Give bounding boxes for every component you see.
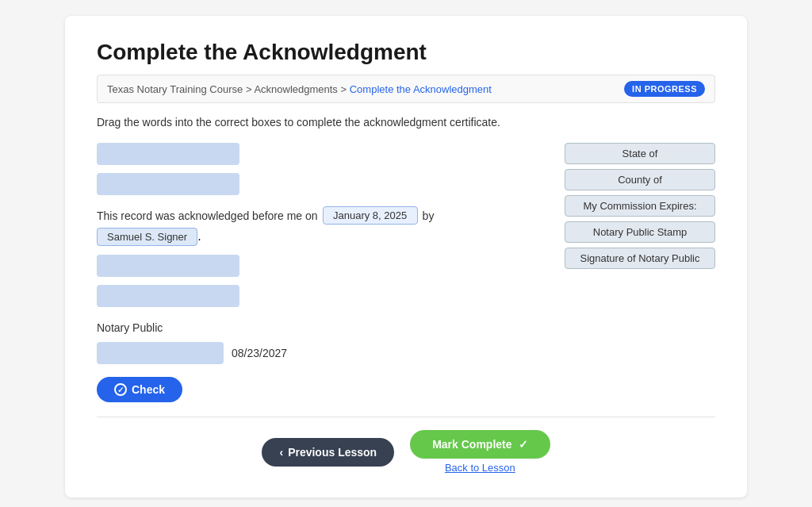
expiry-drop-zone[interactable]	[97, 342, 224, 364]
left-section: This record was acknowledged before me o…	[97, 143, 541, 402]
instructions-text: Drag the words into the correct boxes to…	[97, 116, 715, 129]
period: .	[197, 229, 201, 243]
record-prefix: This record was acknowledged before me o…	[97, 209, 318, 222]
check-button-label: Check	[132, 383, 165, 396]
mark-complete-label: Mark Complete	[432, 438, 511, 451]
main-content: This record was acknowledged before me o…	[97, 143, 715, 402]
drop-zone-3[interactable]	[97, 255, 239, 277]
mark-complete-wrapper: Mark Complete ✓ Back to Lesson	[410, 430, 550, 474]
drag-chip-stamp[interactable]: Notary Public Stamp	[565, 221, 715, 243]
breadcrumb-course[interactable]: Texas Notary Training Course	[107, 83, 243, 95]
drop-zone-4[interactable]	[97, 285, 239, 307]
page-title: Complete the Acknowledgment	[97, 40, 715, 65]
mark-complete-icon: ✓	[519, 438, 528, 451]
back-to-lesson-button[interactable]: Back to Lesson	[445, 462, 515, 474]
date-box: January 8, 2025	[323, 206, 418, 225]
notary-label: Notary Public	[97, 321, 541, 334]
drag-chip-state[interactable]: State of	[565, 143, 715, 164]
previous-button[interactable]: ‹ Previous Lesson	[262, 438, 394, 467]
breadcrumb-current: Complete the Acknowledgment	[350, 83, 492, 95]
record-line: This record was acknowledged before me o…	[97, 206, 541, 225]
expiry-row: 08/23/2027	[97, 342, 541, 364]
drag-chip-signature[interactable]: Signature of Notary Public	[565, 248, 715, 269]
bottom-nav: ‹ Previous Lesson Mark Complete ✓ Back t…	[97, 430, 715, 474]
breadcrumb-sep1: >	[246, 83, 255, 95]
check-button[interactable]: ✓ Check	[97, 377, 182, 402]
drag-chip-county[interactable]: County of	[565, 169, 715, 190]
drop-zone-2[interactable]	[97, 173, 239, 195]
mark-complete-button[interactable]: Mark Complete ✓	[410, 430, 550, 459]
divider	[97, 417, 715, 417]
breadcrumb-row: Texas Notary Training Course > Acknowled…	[97, 75, 715, 103]
right-section: State of County of My Commission Expires…	[565, 143, 715, 402]
prev-icon: ‹	[279, 446, 283, 459]
drop-zone-1[interactable]	[97, 143, 239, 165]
expiry-date: 08/23/2027	[232, 347, 287, 359]
name-box: Samuel S. Signer	[97, 228, 197, 246]
by-text: by	[423, 209, 435, 222]
breadcrumb-acknowledgments[interactable]: Acknowledgments	[254, 83, 338, 95]
previous-button-label: Previous Lesson	[288, 446, 377, 459]
status-badge: IN PROGRESS	[624, 81, 705, 97]
breadcrumb-sep2: >	[341, 83, 350, 95]
page-wrapper: Complete the Acknowledgment Texas Notary…	[65, 16, 747, 497]
check-icon: ✓	[114, 383, 127, 396]
breadcrumb: Texas Notary Training Course > Acknowled…	[107, 83, 492, 95]
drag-chip-commission[interactable]: My Commission Expires:	[565, 195, 715, 217]
